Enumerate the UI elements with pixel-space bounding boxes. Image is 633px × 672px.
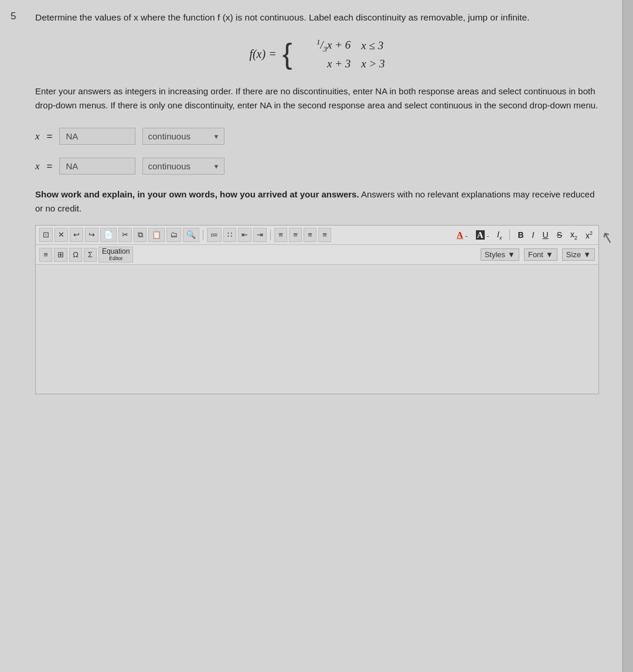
- italic-btn[interactable]: I: [530, 229, 537, 241]
- show-work-bold: Show work and explain, in your own words…: [35, 189, 359, 199]
- piecewise-row-1: 1/3x + 6 x ≤ 3: [298, 37, 384, 54]
- question-number: 5: [11, 11, 16, 22]
- toolbar-row2-left: ≡ ⊞ Ω Σ Equation Editor: [39, 247, 133, 262]
- brace-left: {: [283, 39, 292, 69]
- toolbar-list-btn[interactable]: ≡: [39, 248, 52, 262]
- styles-arrow: ▼: [508, 250, 515, 259]
- toolbar-indent-dec-btn[interactable]: ⇤: [238, 228, 251, 242]
- toolbar-doc-btn[interactable]: ⊡: [39, 228, 53, 242]
- toolbar-page-btn[interactable]: 📄: [100, 228, 117, 242]
- editor-body[interactable]: [36, 265, 598, 394]
- editor-container: ⊡ ✕ ↩ ↪ 📄 ✂ ⧉ 📋 🗂 🔍 ≔ ∷ ⇤ ⇥ ≡ ≡ ≡ ≡: [35, 225, 599, 394]
- equation-editor-btn[interactable]: Equation Editor: [98, 247, 133, 262]
- piecewise-row-2: x + 3 x > 3: [298, 57, 384, 70]
- toolbar-align-right-btn[interactable]: ≡: [304, 228, 316, 242]
- styles-dropdown[interactable]: Styles ▼: [481, 248, 519, 261]
- show-work-text: Show work and explain, in your own words…: [35, 187, 599, 216]
- toolbar-indent-inc-btn[interactable]: ⇥: [253, 228, 267, 242]
- toolbar-cut-btn[interactable]: ✂: [118, 228, 132, 242]
- toolbar-maximize-btn[interactable]: ✕: [55, 228, 68, 242]
- size-arrow: ▼: [583, 250, 591, 259]
- formula-block: f(x) = { 1/3x + 6 x ≤ 3 x + 3 x > 3: [35, 37, 599, 70]
- toolbar-paste-btn[interactable]: 📋: [148, 228, 165, 242]
- eq-sign-1: =: [47, 131, 53, 142]
- toolbar-ul-btn[interactable]: ∷: [223, 228, 236, 242]
- superscript-btn[interactable]: x2: [583, 229, 595, 241]
- toolbar-find-btn[interactable]: 🔍: [183, 228, 199, 242]
- font-label: Font: [528, 250, 543, 259]
- answer-input-1[interactable]: [59, 128, 135, 145]
- toolbar-align-center-btn[interactable]: ≡: [289, 228, 302, 242]
- eq-sign-2: =: [47, 161, 53, 172]
- separator-2: [270, 230, 271, 240]
- dropdown-2[interactable]: continuous ▼: [142, 158, 224, 175]
- size-label: Size: [566, 250, 581, 259]
- toolbar-redo-btn[interactable]: ↪: [85, 228, 98, 242]
- toolbar-row2: ≡ ⊞ Ω Σ Equation Editor Styles ▼: [36, 245, 598, 265]
- content-area: 5 Determine the values of x where the fu…: [0, 0, 622, 405]
- answer-row-2: x = continuous ▼: [35, 158, 599, 175]
- toolbar-right: A - A - Ix B I U S x2 x2: [454, 228, 595, 242]
- toolbar-sigma-btn[interactable]: Σ: [84, 248, 97, 262]
- dropdown-2-text: continuous: [148, 161, 209, 171]
- toolbar-copy-btn[interactable]: ⧉: [134, 228, 147, 242]
- piece-expr-2: x + 3: [298, 57, 350, 70]
- separator-3: [509, 230, 510, 240]
- scrollbar[interactable]: [622, 0, 633, 672]
- formula-label: f(x) =: [249, 47, 276, 61]
- separator-1: [203, 230, 203, 240]
- piece-cond-1: x ≤ 3: [361, 39, 383, 52]
- styles-label: Styles: [485, 250, 505, 259]
- dropdown-1[interactable]: continuous ▼: [142, 128, 224, 145]
- font-color-btn[interactable]: A -: [454, 229, 469, 241]
- toolbar-table-btn[interactable]: ⊞: [54, 248, 67, 262]
- font-dropdown[interactable]: Font ▼: [524, 248, 557, 261]
- toolbar-paste2-btn[interactable]: 🗂: [166, 228, 181, 242]
- highlight-btn[interactable]: A -: [474, 229, 491, 241]
- answer-input-2[interactable]: [59, 158, 135, 175]
- instructions-text: Enter your answers as integers in increa…: [35, 84, 599, 112]
- piece-cond-2: x > 3: [361, 57, 384, 70]
- toolbar-omega-btn[interactable]: Ω: [69, 248, 82, 262]
- dropdown-1-text: continuous: [148, 131, 209, 141]
- page-wrapper: 5 Determine the values of x where the fu…: [0, 0, 633, 672]
- toolbar-align-left-btn[interactable]: ≡: [274, 228, 287, 242]
- answer-row-1: x = continuous ▼: [35, 128, 599, 145]
- clear-format-btn[interactable]: Ix: [495, 228, 504, 242]
- dropdown-1-arrow: ▼: [213, 133, 220, 140]
- toolbar-align-justify-btn[interactable]: ≡: [318, 228, 331, 242]
- piece-expr-1: 1/3x + 6: [298, 37, 350, 54]
- toolbar-undo-btn[interactable]: ↩: [70, 228, 83, 242]
- problem-text: Determine the values of x where the func…: [35, 11, 599, 25]
- x-label-2: x: [35, 161, 40, 172]
- toolbar-row1: ⊡ ✕ ↩ ↪ 📄 ✂ ⧉ 📋 🗂 🔍 ≔ ∷ ⇤ ⇥ ≡ ≡ ≡ ≡: [36, 226, 598, 245]
- piecewise-function: 1/3x + 6 x ≤ 3 x + 3 x > 3: [298, 37, 384, 70]
- strikethrough-btn[interactable]: S: [554, 229, 564, 241]
- dropdown-2-arrow: ▼: [213, 163, 220, 170]
- size-dropdown[interactable]: Size ▼: [562, 248, 595, 261]
- toolbar-ol-btn[interactable]: ≔: [207, 228, 222, 242]
- x-label-1: x: [35, 131, 40, 142]
- underline-btn[interactable]: U: [540, 229, 551, 241]
- subscript-btn[interactable]: x2: [568, 228, 580, 242]
- bold-btn[interactable]: B: [515, 229, 526, 241]
- font-arrow: ▼: [546, 250, 553, 259]
